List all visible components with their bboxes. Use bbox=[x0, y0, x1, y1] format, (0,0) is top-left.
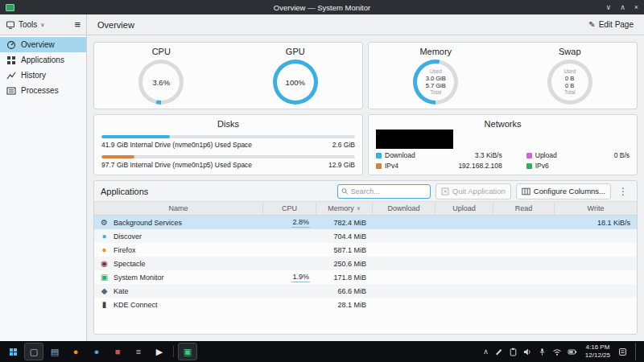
table-empty-area bbox=[94, 311, 637, 334]
disk-bar-track bbox=[101, 155, 355, 158]
column-header-write[interactable]: Write bbox=[555, 202, 637, 215]
sidebar-item-processes[interactable]: Processes bbox=[0, 83, 86, 98]
ide-icon: ■ bbox=[115, 348, 121, 356]
system-monitor-icon: ▣ bbox=[184, 348, 192, 356]
cpu-cell bbox=[263, 284, 316, 298]
table-row[interactable]: ◆Kate 66.6 MiB bbox=[94, 284, 637, 298]
maximize-button[interactable]: ∧ bbox=[620, 0, 625, 14]
clipboard-icon[interactable] bbox=[509, 348, 518, 356]
cpu-cell bbox=[263, 298, 316, 311]
disk-bar-fill bbox=[101, 155, 134, 158]
legend-value: 0 B/s bbox=[614, 151, 630, 159]
sidebar-item-history[interactable]: History bbox=[0, 68, 86, 83]
sidebar-item-label: Processes bbox=[21, 86, 59, 95]
read-cell bbox=[493, 243, 555, 257]
show-desktop-button[interactable] bbox=[635, 343, 638, 360]
overflow-menu-button[interactable]: ⋮ bbox=[616, 186, 630, 197]
sidebar-item-overview[interactable]: Overview bbox=[0, 37, 86, 52]
write-cell bbox=[555, 257, 637, 270]
microphone-icon[interactable] bbox=[538, 348, 547, 356]
search-field[interactable] bbox=[337, 184, 431, 199]
app-name: Firefox bbox=[114, 246, 136, 254]
column-header-name[interactable]: Name bbox=[94, 202, 263, 215]
column-header-upload[interactable]: Upload bbox=[436, 202, 493, 215]
read-cell bbox=[493, 270, 555, 284]
table-row[interactable]: ▣System Monitor 1.9% 171.8 MiB bbox=[94, 270, 637, 284]
firefox-icon: ● bbox=[73, 348, 79, 356]
read-cell bbox=[493, 284, 555, 298]
kde-connect-app-icon: ▮ bbox=[99, 300, 109, 309]
swap-gauge-ring: Used 0 B 0 B Total bbox=[547, 60, 592, 105]
tools-menu-button[interactable]: Tools ∨ bbox=[6, 20, 71, 30]
taskbar: ▢ ▤ ● ● ■ ≡ ▶ ▣ ∧ 4:16 PM 12/12/25 bbox=[0, 341, 644, 362]
configure-columns-button[interactable]: Configure Columns... bbox=[516, 183, 611, 200]
quit-application-button[interactable]: Quit Application bbox=[436, 183, 511, 200]
disks-networks-row: Disks 41.9 GiB Internal Drive (nvme0n1p6… bbox=[93, 114, 638, 175]
swap-total-label: Total bbox=[564, 89, 576, 96]
name-cell: ◉Spectacle bbox=[94, 257, 263, 270]
write-cell bbox=[555, 243, 637, 257]
read-cell bbox=[493, 257, 555, 270]
memory-cell: 171.8 MiB bbox=[316, 270, 373, 284]
volume-icon[interactable] bbox=[523, 348, 532, 356]
memory-gauge-title: Memory bbox=[419, 47, 452, 56]
upload-cell bbox=[436, 243, 493, 257]
hamburger-menu-button[interactable]: ≡ bbox=[74, 19, 80, 31]
process-list-icon bbox=[6, 86, 16, 96]
taskbar-media-player-button[interactable]: ▶ bbox=[150, 343, 169, 360]
column-header-cpu[interactable]: CPU bbox=[263, 202, 316, 215]
sidebar-item-applications[interactable]: Applications bbox=[0, 52, 86, 68]
taskbar-firefox-button[interactable]: ● bbox=[66, 343, 85, 360]
legend-item-ipv4: IPv4 192.168.2.108 bbox=[376, 162, 502, 170]
memory-gauge: Memory Used 3.0 GiB 5.7 GiB Total bbox=[369, 43, 503, 109]
file-manager-icon: ▤ bbox=[51, 348, 59, 356]
networks-card: Networks Download 3.3 KiB/s Upload 0 B/s bbox=[368, 114, 638, 175]
cpu-gauge-title: CPU bbox=[152, 47, 171, 56]
download-cell bbox=[373, 229, 436, 243]
memory-used-label: Used bbox=[430, 68, 442, 75]
tray-expand-icon[interactable]: ∧ bbox=[483, 348, 489, 356]
upload-cell bbox=[436, 298, 493, 311]
table-row[interactable]: ●Discover 704.4 MiB bbox=[94, 229, 637, 243]
applications-card: Applications Quit Application Configure … bbox=[93, 180, 638, 335]
battery-icon[interactable] bbox=[568, 348, 577, 356]
search-input[interactable] bbox=[351, 187, 427, 195]
table-row[interactable]: ◉Spectacle 250.6 MiB bbox=[94, 257, 637, 270]
app-name: Spectacle bbox=[114, 260, 146, 268]
swap-used-label: Used bbox=[564, 68, 576, 75]
upload-cell bbox=[436, 270, 493, 284]
edit-page-button[interactable]: ✎ Edit Page bbox=[588, 20, 634, 29]
taskbar-ide-button[interactable]: ■ bbox=[108, 343, 127, 360]
taskbar-browser-button[interactable]: ● bbox=[87, 343, 106, 360]
legend-item-download: Download 3.3 KiB/s bbox=[376, 151, 502, 159]
wifi-icon[interactable] bbox=[552, 348, 562, 356]
taskbar-task-view-button[interactable]: ▢ bbox=[24, 343, 43, 360]
window-title: Overview — System Monitor bbox=[0, 3, 644, 12]
gauges-row: CPU 3.6% GPU 100% Memory bbox=[93, 42, 638, 109]
table-row[interactable]: ⚙Background Services 2.8% 782.4 MiB 18.1… bbox=[94, 216, 637, 229]
start-menu-button[interactable] bbox=[3, 343, 23, 360]
sidebar-item-label: History bbox=[21, 71, 46, 80]
taskbar-file-manager-button[interactable]: ▤ bbox=[45, 343, 64, 360]
legend-label: Upload bbox=[535, 151, 557, 159]
taskbar-notes-button[interactable]: ≡ bbox=[129, 343, 148, 360]
sort-indicator-icon: ∨ bbox=[357, 205, 361, 212]
gpu-gauge-title: GPU bbox=[286, 47, 305, 56]
applications-toolbar: Applications Quit Application Configure … bbox=[94, 181, 637, 202]
column-header-read[interactable]: Read bbox=[493, 202, 555, 215]
name-cell: ▮KDE Connect bbox=[94, 298, 263, 311]
memory-used-value: 3.0 GiB bbox=[426, 75, 446, 82]
window-titlebar[interactable]: Overview — System Monitor ∨ ∧ × bbox=[0, 0, 644, 14]
notifications-icon[interactable] bbox=[618, 348, 627, 356]
table-row[interactable]: ●Firefox 587.1 MiB bbox=[94, 243, 637, 257]
taskbar-system-monitor-button[interactable]: ▣ bbox=[178, 343, 197, 360]
table-row[interactable]: ▮KDE Connect 28.1 MiB bbox=[94, 298, 637, 311]
app-name: Background Services bbox=[114, 219, 182, 227]
column-header-memory[interactable]: Memory∨ bbox=[316, 202, 373, 215]
close-button[interactable]: × bbox=[634, 0, 638, 14]
minimize-button[interactable]: ∨ bbox=[606, 0, 612, 14]
stylus-icon[interactable] bbox=[494, 348, 503, 356]
clock[interactable]: 4:16 PM 12/12/25 bbox=[585, 343, 610, 360]
column-header-download[interactable]: Download bbox=[373, 202, 436, 215]
app-name: Kate bbox=[114, 287, 129, 295]
